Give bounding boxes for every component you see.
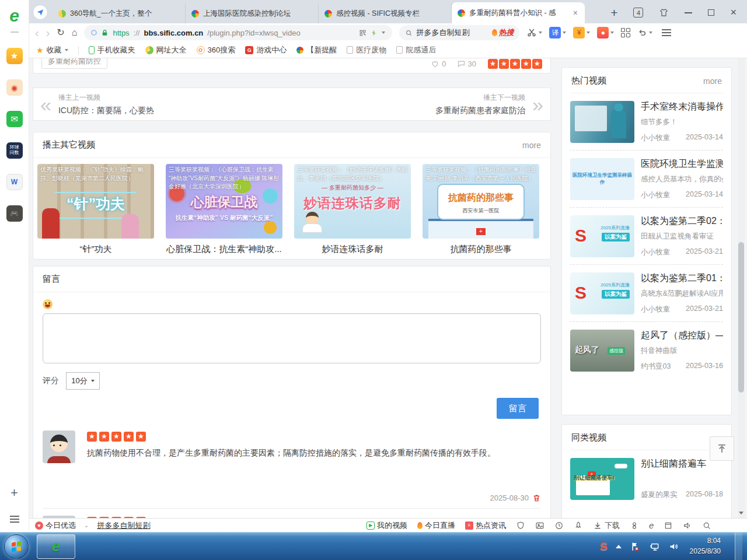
bookmark-360-search[interactable]: O360搜索 bbox=[197, 45, 236, 55]
security-shield-icon[interactable] bbox=[516, 521, 525, 530]
taskbar-360-browser-button[interactable]: e bbox=[37, 534, 75, 559]
sogou-tray-icon[interactable]: S bbox=[600, 540, 608, 553]
tab-360nav[interactable]: 360导航_一个主页，整个 bbox=[53, 4, 186, 23]
scrollbar-thumb[interactable] bbox=[738, 242, 744, 393]
refresh-button[interactable]: ↻ bbox=[57, 28, 64, 37]
weibo-app-icon[interactable]: ◉ bbox=[6, 79, 23, 96]
extensions-grid-icon[interactable] bbox=[621, 28, 630, 37]
video-title[interactable]: 心脏保卫战：抗生素“神助攻... bbox=[166, 244, 282, 255]
comment-textarea[interactable] bbox=[43, 313, 541, 363]
author[interactable]: 小小牧童 bbox=[641, 133, 670, 143]
prev-video-icon[interactable]: « bbox=[40, 94, 51, 114]
taskbar-clock[interactable]: 8:04 2025/8/30 bbox=[690, 536, 721, 556]
back-button[interactable]: ‹ bbox=[35, 27, 39, 38]
bookmark-medical-waste[interactable]: 医疗废物 bbox=[347, 45, 386, 55]
submit-comment-button[interactable]: 留言 bbox=[497, 398, 539, 419]
back-to-top-button[interactable] bbox=[710, 436, 734, 461]
snapshot-icon[interactable] bbox=[535, 521, 544, 530]
word-doc-app-icon[interactable]: W bbox=[6, 174, 23, 190]
forward-button[interactable]: › bbox=[46, 27, 50, 38]
next-video-icon[interactable]: » bbox=[532, 94, 543, 114]
hot-video-item[interactable]: S2025系列直播以案为鉴 以案为鉴第二季01：... 高晓东&范鹏超解读AI应… bbox=[570, 265, 723, 322]
maximize-button[interactable] bbox=[708, 9, 714, 16]
my-videos-link[interactable]: ▶我的视频 bbox=[366, 520, 407, 531]
show-hidden-icons-button[interactable] bbox=[616, 545, 622, 548]
skin-theme-icon[interactable] bbox=[659, 8, 669, 18]
live-today-link[interactable]: 今日直播 bbox=[417, 520, 455, 531]
link-loop-icon[interactable] bbox=[630, 521, 639, 530]
rating-select[interactable]: 10分 bbox=[66, 372, 100, 390]
video-rating-stars[interactable] bbox=[487, 59, 542, 69]
app-list-icon[interactable] bbox=[10, 516, 19, 523]
boost-rocket-icon[interactable] bbox=[574, 521, 583, 530]
start-button[interactable] bbox=[4, 534, 29, 559]
address-bar[interactable]: https://bbs.sific.com.cn/plugin.php?id=x… bbox=[84, 25, 392, 40]
window-close-button[interactable]: × bbox=[730, 6, 736, 19]
search-box[interactable]: 拼多多自制短剧 热搜 bbox=[399, 25, 519, 40]
video-title[interactable]: 妙语连珠话多耐 bbox=[294, 244, 411, 255]
favorites-app-icon[interactable]: ★ bbox=[6, 48, 23, 64]
author[interactable]: 小小牧童 bbox=[641, 190, 670, 200]
home-button[interactable]: ⌂ bbox=[72, 28, 78, 37]
hot-search-button[interactable]: 热搜 bbox=[492, 27, 514, 38]
screenshot-tool-button[interactable] bbox=[526, 27, 542, 38]
nav-send-icon[interactable] bbox=[33, 5, 48, 20]
accelerate-icon[interactable] bbox=[371, 29, 378, 37]
tab-count-badge[interactable]: 4 bbox=[633, 8, 643, 18]
bookmark-infection-notice[interactable]: 院感通后 bbox=[396, 45, 436, 55]
bookmark-new-notice[interactable]: 【新提醒 bbox=[296, 45, 337, 55]
more-link[interactable]: more bbox=[522, 141, 541, 150]
reader-mode-icon[interactable] bbox=[91, 30, 97, 36]
download-button[interactable]: 下载 bbox=[593, 520, 620, 531]
bookmark-phone-favs[interactable]: 手机收藏夹 bbox=[89, 45, 135, 55]
tab-close-icon[interactable]: × bbox=[572, 8, 579, 18]
game-app-icon[interactable]: 🎮 bbox=[6, 205, 23, 222]
video-tag[interactable]: 多重耐药菌防控 bbox=[41, 58, 107, 69]
video-item[interactable]: 三等奖获奖视频：《妙语连珠话多耐》周岐云、李亚培（东部战区空军医院） — 多重耐… bbox=[294, 164, 411, 255]
bookmark-game-center[interactable]: G游戏中心 bbox=[245, 45, 287, 55]
mail-app-icon[interactable]: ✉ bbox=[6, 111, 23, 127]
page-scrollbar[interactable] bbox=[738, 58, 745, 518]
hot-news-link[interactable]: ≡热点资讯 bbox=[465, 520, 506, 531]
show-desktop-button[interactable] bbox=[735, 533, 742, 560]
hot-video-item[interactable]: S2025系列直播以案为鉴 以案为鉴第二季02：... 田靓从卫监视角看审证 小… bbox=[570, 208, 723, 265]
add-app-icon[interactable]: + bbox=[11, 485, 18, 501]
network-tray-icon[interactable] bbox=[648, 541, 660, 552]
qr-code-icon[interactable] bbox=[359, 29, 366, 37]
video-title[interactable]: “针”功夫 bbox=[37, 244, 154, 255]
address-dropdown-icon[interactable] bbox=[382, 32, 385, 34]
history-clock-icon[interactable] bbox=[554, 521, 564, 530]
hot-video-item[interactable]: 起风了感控版 起风了（感控版）—... 抖音神曲版 约书亚032025-03-1… bbox=[570, 322, 723, 379]
wallet-button[interactable]: ¥ bbox=[573, 27, 590, 38]
emoji-picker-icon[interactable] bbox=[43, 299, 53, 309]
tab-video-column[interactable]: 感控视频 - SIFIC视频专栏 bbox=[319, 4, 452, 23]
menu-icon[interactable] bbox=[662, 29, 671, 36]
video-item[interactable]: 三等奖获奖视频：《心脏保卫战：抗生素“神助攻”VS耐药菌“大反派”》杨丽娜 陈琳… bbox=[166, 164, 282, 255]
recently-closed-button[interactable] bbox=[637, 28, 652, 38]
author[interactable]: 约书亚03 bbox=[641, 362, 671, 372]
hot-video-item[interactable]: 手术室终末消毒操作... 细节多多！ 小小牧童2025-03-14 bbox=[570, 93, 723, 150]
prev-video-link[interactable]: 播主上一视频 ICU防控：菌要隔，心要热 bbox=[58, 93, 154, 116]
next-video-link[interactable]: 播主下一视频 多重耐药菌患者家庭防治 bbox=[435, 93, 525, 116]
avatar[interactable] bbox=[43, 430, 75, 463]
bookmark-site-index[interactable]: +网址大全 bbox=[145, 45, 187, 55]
new-tab-button[interactable]: + bbox=[610, 7, 617, 19]
strip-collapse-handle[interactable] bbox=[11, 32, 19, 33]
author[interactable]: 小小牧童 bbox=[641, 304, 670, 314]
action-center-flag-icon[interactable] bbox=[630, 541, 640, 552]
author[interactable]: 小小牧童 bbox=[641, 247, 670, 257]
translate-button[interactable]: 译 bbox=[549, 27, 566, 38]
video-item[interactable]: 三等奖获奖视频：《抗菌药的那些事》祖亚美 刘丽娟 李羽莘（西安市第一人民医院） … bbox=[423, 164, 539, 255]
bookmark-favorites[interactable]: ★收藏 bbox=[36, 45, 68, 55]
like-count[interactable]: 0 bbox=[431, 60, 446, 68]
drama-link[interactable]: 拼多多自制短剧 bbox=[97, 520, 150, 531]
ie-mode-icon[interactable]: e bbox=[649, 520, 654, 530]
author[interactable]: 盛夏的果实 bbox=[641, 490, 678, 500]
similar-video-item[interactable]: 别让细菌搭便车! + 别让细菌搭遍车 盛夏的果实2025-08-18 bbox=[570, 450, 723, 507]
window-layout-icon[interactable] bbox=[664, 521, 673, 530]
more-link[interactable]: more bbox=[703, 76, 722, 86]
volume-tray-icon[interactable] bbox=[668, 541, 679, 552]
mute-speaker-icon[interactable] bbox=[683, 521, 692, 530]
scrollbar-down-arrow[interactable] bbox=[739, 512, 743, 514]
delete-trash-icon[interactable] bbox=[532, 494, 541, 502]
